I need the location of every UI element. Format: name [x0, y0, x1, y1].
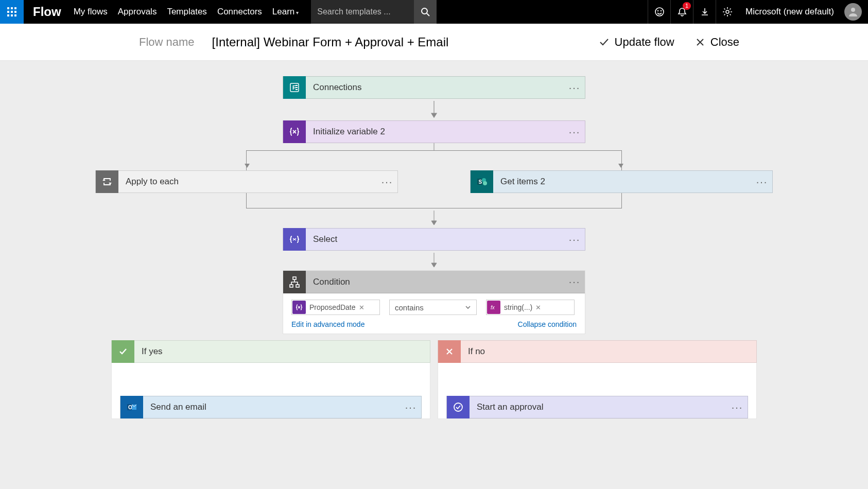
svg-point-12: [657, 11, 658, 11]
flow-name-label: Flow name: [139, 36, 195, 49]
card-apply-to-each[interactable]: Apply to each ···: [95, 170, 398, 193]
avatar[interactable]: [844, 3, 862, 21]
condition-right-token: string(...): [501, 303, 535, 311]
close-icon: [695, 37, 705, 47]
svg-text:fx: fx: [491, 305, 495, 310]
if-yes-branch: If yes O Send an email ···: [111, 340, 430, 419]
svg-line-10: [427, 13, 429, 16]
search-button[interactable]: [414, 0, 437, 24]
svg-rect-19: [296, 87, 298, 88]
svg-rect-30: [290, 285, 293, 287]
svg-rect-8: [14, 14, 16, 16]
condition-icon: [283, 271, 306, 293]
collapse-condition-link[interactable]: Collapse condition: [518, 320, 577, 328]
condition-operator-label: contains: [395, 303, 424, 312]
card-initvar-menu[interactable]: ···: [564, 126, 585, 138]
smiley-icon: [654, 7, 665, 17]
if-yes-header[interactable]: If yes: [111, 340, 430, 363]
tenant-label[interactable]: Microsoft (new default): [738, 7, 841, 17]
brand-label[interactable]: Flow: [24, 5, 68, 19]
downloads-button[interactable]: [693, 0, 716, 24]
if-no-header[interactable]: If no: [438, 340, 757, 363]
condition-right-remove[interactable]: ✕: [535, 304, 544, 311]
card-getitems-menu[interactable]: ···: [752, 176, 772, 188]
connector-arrow: [0, 101, 868, 118]
card-connections-menu[interactable]: ···: [564, 82, 585, 94]
card-start-approval[interactable]: Start an approval ···: [446, 396, 748, 418]
nav-approvals[interactable]: Approvals: [113, 7, 162, 17]
connector-arrow: [0, 253, 868, 268]
svg-point-14: [726, 10, 729, 13]
svg-point-15: [851, 8, 855, 12]
svg-rect-2: [14, 7, 16, 9]
svg-text:S: S: [479, 179, 482, 185]
connector-arrow: [0, 211, 868, 226]
flow-name-value[interactable]: [Internal] Webinar Form + Approval + Ema…: [212, 35, 449, 49]
condition-body: ProposedDate ✕ contains fx string(...) ✕: [283, 293, 585, 320]
nav-my-flows[interactable]: My flows: [68, 7, 113, 17]
branch-split-line: [246, 150, 622, 171]
condition-branches: If yes O Send an email ··· If no Start a…: [0, 340, 868, 419]
if-no-title: If no: [461, 346, 756, 357]
condition-header[interactable]: Condition ···: [283, 271, 585, 293]
card-apply-menu[interactable]: ···: [377, 176, 397, 188]
card-initvar[interactable]: Initialize variable 2 ···: [283, 120, 585, 143]
card-connections[interactable]: F Connections ···: [283, 76, 585, 99]
app-launcher-button[interactable]: [0, 0, 24, 24]
search-wrap: [311, 0, 437, 24]
condition-links: Edit in advanced mode Collapse condition: [283, 320, 585, 334]
card-send-email[interactable]: O Send an email ···: [120, 396, 422, 418]
nav-connectors[interactable]: Connectors: [212, 7, 267, 17]
condition-menu[interactable]: ···: [564, 276, 585, 288]
top-nav: Flow My flows Approvals Templates Connec…: [0, 0, 868, 24]
notifications-button[interactable]: 1: [670, 0, 693, 24]
download-icon: [700, 7, 709, 16]
update-flow-button[interactable]: Update flow: [598, 36, 674, 49]
check-icon: [112, 340, 134, 363]
waffle-icon: [7, 7, 16, 16]
card-select[interactable]: Select ···: [283, 228, 585, 251]
svg-rect-7: [11, 14, 13, 16]
subheader: Flow name [Internal] Webinar Form + Appr…: [0, 24, 868, 61]
chevron-down-icon: [465, 304, 471, 310]
card-send-email-menu[interactable]: ···: [401, 401, 421, 413]
search-input[interactable]: [311, 0, 414, 24]
branch-merge-line: [246, 193, 622, 208]
nav-templates[interactable]: Templates: [162, 7, 212, 17]
close-button[interactable]: Close: [695, 36, 739, 49]
svg-rect-1: [11, 7, 13, 9]
svg-rect-6: [7, 14, 9, 16]
condition-operator-select[interactable]: contains: [389, 300, 477, 315]
if-yes-title: If yes: [134, 346, 430, 357]
condition-left-remove[interactable]: ✕: [359, 304, 368, 311]
card-start-approval-title: Start an approval: [470, 402, 727, 412]
feedback-button[interactable]: [648, 0, 670, 24]
edit-advanced-link[interactable]: Edit in advanced mode: [291, 320, 364, 328]
card-connections-title: Connections: [306, 82, 564, 93]
svg-text:O: O: [128, 405, 132, 410]
card-get-items[interactable]: S Get items 2 ···: [470, 170, 773, 193]
search-icon: [421, 7, 430, 16]
variable-icon: [283, 120, 306, 143]
settings-button[interactable]: [716, 0, 738, 24]
card-select-menu[interactable]: ···: [564, 234, 585, 246]
condition-right-input[interactable]: fx string(...) ✕: [486, 300, 575, 315]
condition-left-input[interactable]: ProposedDate ✕: [291, 300, 380, 315]
arrow-down-icon: [244, 163, 251, 170]
if-no-body: Start an approval ···: [438, 363, 757, 419]
svg-rect-20: [296, 89, 298, 90]
svg-rect-18: [296, 85, 298, 86]
checkmark-icon: [598, 37, 610, 48]
update-flow-label: Update flow: [615, 36, 674, 49]
svg-point-26: [483, 181, 487, 185]
card-start-approval-menu[interactable]: ···: [727, 401, 748, 413]
card-initvar-title: Initialize variable 2: [306, 127, 564, 137]
svg-rect-5: [14, 11, 16, 13]
card-condition[interactable]: Condition ··· ProposedDate ✕ contains fx…: [283, 270, 585, 334]
flow-canvas: F Connections ··· Initialize variable 2 …: [0, 61, 868, 419]
if-no-branch: If no Start an approval ···: [438, 340, 757, 419]
gear-icon: [722, 7, 733, 17]
outlook-icon: O: [120, 396, 143, 418]
nav-learn[interactable]: Learn: [267, 7, 304, 17]
arrow-down-icon: [617, 163, 624, 170]
